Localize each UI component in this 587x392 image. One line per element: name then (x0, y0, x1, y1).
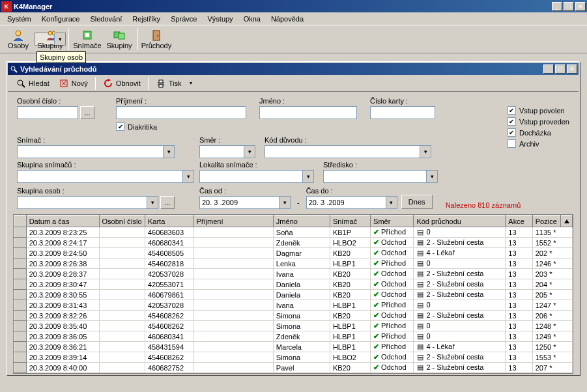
table-row[interactable]: 20.3.2009 8:23:25460683603SoňaKB1P✔ Příc… (14, 227, 573, 238)
label-skupina-snimacu: Skupina snímačů : (17, 161, 194, 169)
grid-header-row: Datum a čas Osobní číslo Karta Příjmení … (14, 216, 573, 227)
snimac-select[interactable] (17, 145, 175, 158)
col-datum[interactable]: Datum a čas (26, 216, 99, 227)
check-icon: ✔ (373, 363, 379, 371)
document-icon: ▤ (416, 270, 424, 278)
person-icon (12, 29, 25, 42)
document-icon: ▤ (416, 322, 424, 330)
svg-point-11 (18, 80, 23, 85)
table-row[interactable]: 20.3.2009 8:39:14454608262SimonaHLBO2✔ O… (14, 352, 573, 363)
prijmeni-input[interactable] (116, 106, 246, 119)
svg-rect-7 (153, 31, 160, 40)
vstup-povolen-checkbox[interactable]: ✔Vstup povolen (508, 106, 569, 115)
table-row[interactable]: 20.3.2009 8:26:38454602818LenkaHLBP1✔ Př… (14, 259, 573, 269)
svg-point-0 (16, 31, 21, 36)
browse-skupina-button[interactable]: ... (160, 196, 175, 209)
check-icon: ✔ (373, 280, 379, 288)
col-osobni-cislo[interactable]: Osobní číslo (99, 216, 145, 227)
skupina-osob-select[interactable] (17, 196, 158, 209)
toolbar-snimace[interactable]: Snímače (72, 27, 103, 51)
jmeno-input[interactable] (259, 106, 357, 119)
svg-line-12 (22, 85, 25, 87)
label-kod-duvodu: Kód důvodu : (265, 136, 431, 144)
check-icon: ✔ (373, 228, 379, 236)
new-button[interactable]: Nový (55, 76, 92, 91)
dochazka-checkbox[interactable]: ✔Docházka (508, 128, 569, 137)
menu-spravce[interactable]: Správce (166, 14, 201, 24)
menu-okna[interactable]: Okna (239, 14, 265, 24)
grid-scroll-up[interactable] (561, 216, 573, 227)
app-title: K4Manager (14, 3, 552, 10)
label-snimac: Snímač : (17, 136, 175, 144)
document-icon: ▤ (416, 259, 424, 268)
table-row[interactable]: 20.3.2009 8:40:00460682752PavelKB20✔ Odc… (14, 363, 573, 373)
menu-vystupy[interactable]: Výstupy (203, 14, 237, 24)
check-icon: ✔ (373, 249, 379, 257)
browse-osoba-button[interactable]: ... (80, 106, 94, 119)
print-button[interactable]: Tisk ▾ (152, 76, 196, 91)
maximize-button[interactable]: □ (564, 2, 574, 11)
table-row[interactable]: 20.3.2009 8:31:43420537028IvanaHLBP1✔ Př… (14, 300, 573, 311)
minimize-button[interactable]: _ (552, 2, 562, 11)
vstup-proveden-checkbox[interactable]: ✔Vstup proveden (508, 117, 569, 126)
door-icon (150, 29, 163, 42)
skupina-snimacu-select[interactable] (17, 170, 194, 183)
app-icon: K (1, 1, 12, 12)
col-jmeno[interactable]: Jméno (273, 216, 330, 227)
close-button[interactable]: ✕ (575, 2, 586, 11)
col-pozice[interactable]: Pozice (532, 216, 561, 227)
menu-sledovani[interactable]: Sledování (85, 14, 126, 24)
toolbar-pruchody[interactable]: Průchody (141, 27, 172, 51)
col-snimac[interactable]: Snímač (330, 216, 370, 227)
cas-od-select[interactable]: 20. 3 .2009 (199, 196, 291, 209)
table-row[interactable]: 20.3.2009 8:28:37420537028IvanaKB20✔ Odc… (14, 269, 573, 279)
table-row[interactable]: 20.3.2009 8:24:17460680341ZdeněkHLBO2✔ O… (14, 238, 573, 248)
kod-duvodu-select[interactable] (265, 145, 431, 158)
label-jmeno: Jméno : (259, 97, 357, 105)
refresh-button[interactable]: Obnovit (99, 76, 145, 91)
dropdown-arrow-icon[interactable]: ▾ (190, 80, 192, 86)
label-lokalita: Lokalita snímače : (199, 161, 314, 169)
results-grid[interactable]: Datum a čas Osobní číslo Karta Příjmení … (13, 214, 573, 374)
col-akce[interactable]: Akce (506, 216, 532, 227)
table-row[interactable]: 20.3.2009 8:30:47420553071DanielaKB20✔ O… (14, 279, 573, 290)
child-minimize-button[interactable]: _ (543, 64, 554, 74)
col-kod-pruchodu[interactable]: Kód průchodu (414, 216, 506, 227)
lokalita-select[interactable] (199, 170, 314, 183)
dnes-button[interactable]: Dnes (401, 195, 433, 209)
table-row[interactable]: 20.3.2009 8:30:55460679861DanielaKB20✔ O… (14, 290, 573, 300)
child-maximize-button[interactable]: □ (555, 64, 566, 74)
col-prijmeni[interactable]: Příjmení (193, 216, 273, 227)
document-icon: ▤ (416, 343, 424, 351)
toolbar-skupiny-osob[interactable]: Skupiny (35, 33, 66, 46)
menu-rejstriky[interactable]: Rejstříky (128, 14, 165, 24)
child-close-button[interactable]: ✕ (567, 64, 577, 74)
diakritika-checkbox[interactable]: ✔Diakritika (116, 122, 246, 131)
menu-konfigurace[interactable]: Konfigurace (37, 14, 85, 24)
check-icon: ✔ (373, 270, 379, 277)
table-row[interactable]: 20.3.2009 8:36:21458431594MarcelaHLBP1✔ … (14, 342, 573, 352)
cas-do-select[interactable]: 20. 3 .2009 (306, 196, 397, 209)
table-row[interactable]: 20.3.2009 8:36:05460680341ZdeněkHLBP1✔ P… (14, 331, 573, 342)
smer-select[interactable] (199, 145, 255, 158)
osobni-cislo-input[interactable] (17, 106, 78, 119)
check-icon: ✔ (373, 332, 379, 340)
label-cas-do: Čas do : (306, 187, 397, 195)
check-icon: ✔ (373, 301, 379, 309)
document-icon: ▤ (416, 353, 424, 361)
menu-system[interactable]: Systém (3, 14, 36, 24)
cislo-karty-input[interactable] (370, 106, 435, 119)
table-row[interactable]: 20.3.2009 8:24:50454608505DagmarKB20✔ Od… (14, 248, 573, 259)
col-smer[interactable]: Směr (371, 216, 414, 227)
table-row[interactable]: 20.3.2009 8:32:26454608262SimonaKB20✔ Od… (14, 311, 573, 321)
col-karta[interactable]: Karta (145, 216, 194, 227)
svg-rect-6 (119, 33, 124, 39)
table-row[interactable]: 20.3.2009 8:35:40454608262SimonaHLBP1✔ P… (14, 321, 573, 331)
search-button[interactable]: Hledat (12, 76, 53, 91)
toolbar-osoby[interactable]: Osoby (3, 27, 34, 51)
toolbar-skupiny-snimacu[interactable]: Skupiny (104, 27, 135, 51)
stredisko-select[interactable] (323, 170, 438, 183)
archiv-checkbox[interactable]: Archiv (508, 139, 569, 148)
magnifier-icon (16, 78, 26, 89)
menu-napoveda[interactable]: Nápověda (266, 14, 308, 24)
